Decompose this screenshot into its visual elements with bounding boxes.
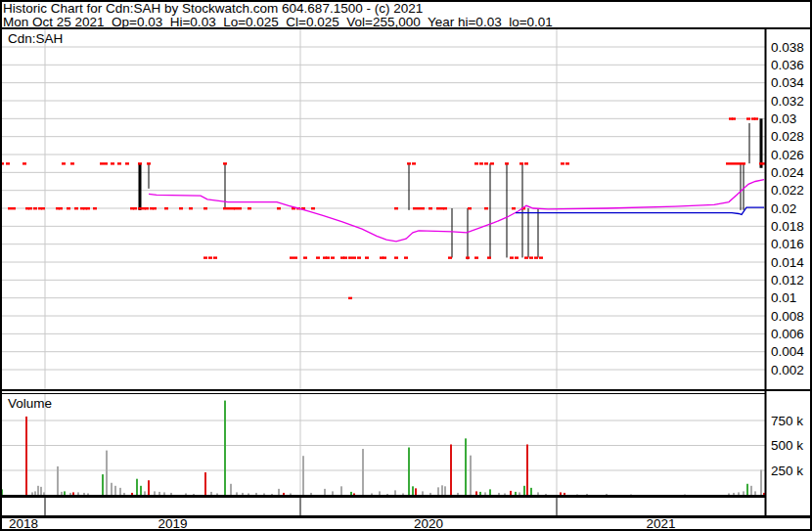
svg-text:0.018: 0.018: [771, 219, 804, 234]
svg-text:0.004: 0.004: [771, 344, 804, 359]
svg-text:0.03: 0.03: [771, 111, 796, 126]
svg-text:2019: 2019: [158, 516, 187, 531]
symbol-label: Cdn:SAH: [8, 31, 63, 46]
svg-text:0.032: 0.032: [771, 94, 804, 109]
year-axis-labels: 2018201920202021: [9, 516, 676, 531]
svg-text:0.008: 0.008: [771, 309, 804, 324]
historic-chart-svg: 0.0380.0360.0340.0320.030.0280.0260.0240…: [0, 0, 812, 531]
volume-label: Volume: [8, 396, 52, 411]
svg-text:0.034: 0.034: [771, 75, 804, 90]
volume-axis-labels: 750 k500 k250 k: [771, 414, 803, 478]
ma-fast-line: [149, 180, 764, 242]
svg-text:0.014: 0.014: [771, 255, 804, 270]
volume-bars-layer: [1, 401, 765, 496]
grid-layer: [2, 29, 765, 496]
price-axis-labels: 0.0380.0360.0340.0320.030.0280.0260.0240…: [771, 40, 804, 377]
svg-text:750 k: 750 k: [771, 414, 803, 428]
svg-text:0.026: 0.026: [771, 148, 804, 162]
svg-text:250 k: 250 k: [771, 464, 803, 478]
svg-text:0.016: 0.016: [771, 237, 804, 251]
svg-text:0.006: 0.006: [771, 327, 804, 341]
svg-text:0.036: 0.036: [771, 58, 804, 72]
svg-text:500 k: 500 k: [771, 438, 803, 453]
svg-text:0.02: 0.02: [771, 201, 796, 216]
svg-text:0.012: 0.012: [771, 273, 804, 288]
range-bars-layer: [139, 118, 763, 259]
svg-text:0.022: 0.022: [771, 183, 804, 198]
svg-text:2021: 2021: [646, 516, 675, 531]
svg-text:0.028: 0.028: [771, 129, 804, 144]
borders-layer: [0, 1, 812, 530]
svg-text:0.024: 0.024: [771, 165, 804, 180]
svg-text:0.002: 0.002: [771, 363, 804, 377]
svg-text:2018: 2018: [9, 516, 38, 531]
svg-text:2020: 2020: [414, 516, 443, 531]
historic-chart-window: Historic Chart for Cdn:SAH by Stockwatch…: [0, 0, 812, 531]
svg-text:0.01: 0.01: [771, 290, 796, 305]
svg-text:0.038: 0.038: [771, 40, 804, 55]
